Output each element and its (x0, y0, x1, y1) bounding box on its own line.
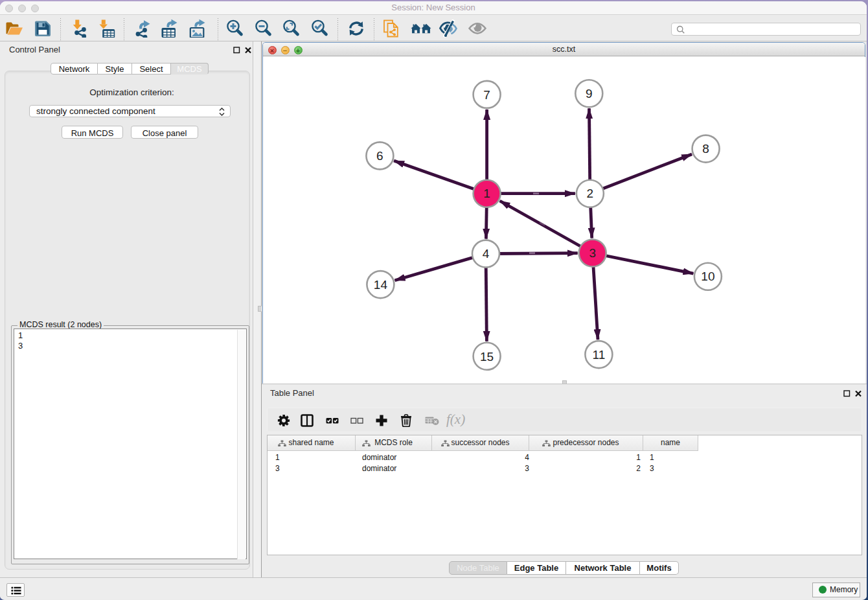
svg-text:3: 3 (589, 246, 596, 260)
svg-text:4: 4 (483, 247, 490, 260)
svg-text:9: 9 (586, 87, 593, 100)
svg-text:10: 10 (701, 270, 714, 283)
svg-text:15: 15 (480, 350, 494, 363)
svg-text:11: 11 (593, 348, 606, 362)
svg-text:14: 14 (374, 278, 388, 292)
svg-text:8: 8 (702, 142, 709, 156)
svg-text:7: 7 (483, 88, 490, 102)
svg-text:6: 6 (376, 149, 383, 163)
svg-text:1: 1 (483, 187, 490, 200)
svg-text:2: 2 (587, 187, 594, 200)
